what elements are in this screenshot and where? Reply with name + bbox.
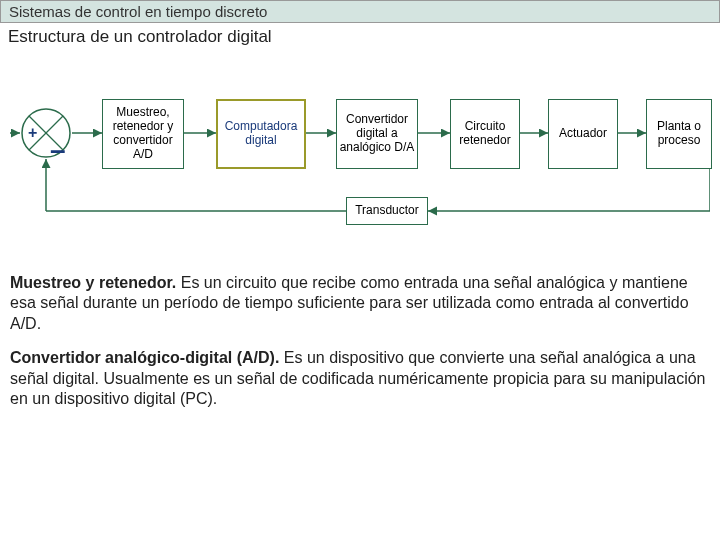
block-plant: Planta o proceso	[646, 99, 712, 169]
block-actuator: Actuador	[548, 99, 618, 169]
paragraph-sampler: Muestreo y retenedor. Es un circuito que…	[0, 273, 720, 334]
block-hold-circuit: Circuito retenedor	[450, 99, 520, 169]
sum-plus-sign: +	[28, 124, 37, 142]
block-diagram: + – Muestreo, retenedor y convertidor A/…	[10, 69, 710, 259]
block-da-converter: Convertidor digital a analógico D/A	[336, 99, 418, 169]
block-sampler-ad: Muestreo, retenedor y convertidor A/D	[102, 99, 184, 169]
header-title: Sistemas de control en tiempo discreto	[9, 3, 267, 20]
block-transducer: Transductor	[346, 197, 428, 225]
block-digital-computer: Computadora digital	[216, 99, 306, 169]
term-sampler: Muestreo y retenedor.	[10, 274, 176, 291]
sum-minus-sign: –	[50, 145, 66, 155]
term-ad: Convertidor analógico-digital (A/D).	[10, 349, 279, 366]
page-subtitle: Estructura de un controlador digital	[0, 23, 720, 53]
paragraph-ad: Convertidor analógico-digital (A/D). Es …	[0, 348, 720, 409]
page-header: Sistemas de control en tiempo discreto	[0, 0, 720, 23]
